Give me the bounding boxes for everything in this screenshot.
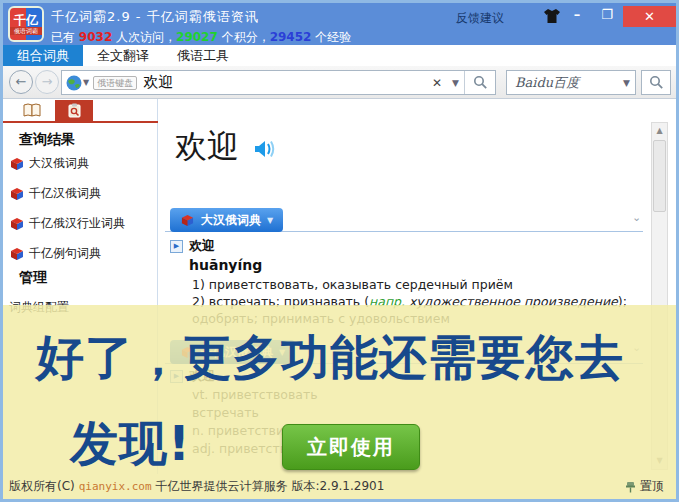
minimize-button[interactable]: – — [565, 5, 589, 25]
app-window: 千亿 俄语词霸 千亿词霸2.9 - 千亿词霸俄语资讯 反馈建议 – ❐ ✕ 已有… — [0, 0, 679, 502]
site-link[interactable]: qianyix.com — [79, 480, 152, 493]
sidebar-item-dahaner-dict[interactable]: 大汉俄词典 — [9, 155, 89, 172]
pin-label: 置顶 — [640, 478, 664, 495]
stats-exp: 29452 — [270, 30, 312, 44]
maximize-button[interactable]: ❐ — [595, 5, 619, 25]
sidebar-item-label: 千亿汉俄词典 — [29, 185, 101, 202]
entry-row: ▶ 欢迎 — [170, 237, 215, 255]
definition-line-1: 1) приветствовать, оказывать сердечный п… — [192, 276, 644, 293]
globe-icon — [66, 75, 82, 91]
language-globe-button[interactable]: ▼ — [66, 75, 89, 91]
sidebar-item-label: 千亿俄汉行业词典 — [29, 215, 125, 232]
stats-visits: 9032 — [79, 30, 112, 44]
book-icon — [9, 187, 25, 201]
tab-combined-dictionary[interactable]: 组合词典 — [3, 45, 83, 66]
search-toolbar: ← → ▼ 俄语键盘 欢迎 ✕ ▼ — [3, 66, 676, 99]
copyright-text: 版权所有(C) qianyix.com 千亿世界提供云计算服务 版本:2.9.1… — [9, 478, 384, 495]
back-button[interactable]: ← — [9, 70, 33, 94]
dict-tab-label: 大汉俄词典 — [201, 212, 261, 229]
scrollbar-thumb[interactable] — [653, 140, 666, 212]
feedback-link[interactable]: 反馈建议 — [456, 10, 504, 27]
sidebar-item-ehan-industry-dict[interactable]: 千亿俄汉行业词典 — [9, 215, 125, 232]
stats-points-label: 个积分， — [218, 30, 270, 44]
open-book-icon — [23, 103, 41, 118]
sidebar-item-label: 大汉俄词典 — [29, 155, 89, 172]
pin-toggle[interactable]: 置顶 — [625, 478, 664, 495]
scroll-up-icon[interactable]: ▲ — [652, 123, 667, 139]
sidebar-tab-dictionary[interactable] — [13, 100, 51, 121]
clipboard-search-icon — [68, 103, 81, 118]
main-tab-row: 组合词典 全文翻译 俄语工具 — [3, 45, 676, 66]
app-logo-icon: 千亿 俄语词霸 — [8, 6, 44, 42]
engine-value: Baidu百度 — [515, 74, 618, 92]
book-icon — [9, 217, 25, 231]
copyright-label: 版权所有(C) — [9, 478, 75, 495]
stats-points: 29027 — [176, 30, 218, 44]
engine-caret-icon[interactable]: ▼ — [618, 78, 635, 88]
title-bar: 千亿 俄语词霸 千亿词霸2.9 - 千亿词霸俄语资讯 反馈建议 – ❐ ✕ 已有… — [3, 3, 676, 45]
promo-text-line1: 好了，更多功能还需要您去 — [36, 326, 624, 390]
tab-full-translation[interactable]: 全文翻译 — [83, 45, 163, 66]
status-bar: 版权所有(C) qianyix.com 千亿世界提供云计算服务 版本:2.9.1… — [3, 474, 676, 499]
results-header: 查询结果 — [19, 131, 75, 149]
book-icon — [180, 214, 195, 227]
engine-search-button[interactable] — [641, 70, 671, 95]
headword: 欢迎 — [175, 125, 239, 169]
expand-entry-icon[interactable]: ▶ — [170, 240, 183, 253]
use-now-button[interactable]: 立即使用 — [282, 424, 420, 470]
close-button[interactable]: ✕ — [623, 6, 676, 27]
sidebar-item-example-dict[interactable]: 千亿例句词典 — [9, 245, 101, 262]
app-logo-subtext: 俄语词霸 — [10, 27, 42, 35]
russian-keyboard-button[interactable]: 俄语键盘 — [93, 76, 137, 90]
app-logo-text: 千亿 — [14, 14, 38, 27]
stats-prefix: 已有 — [51, 30, 79, 44]
stats-exp-label: 个经验 — [311, 30, 351, 44]
engine-select[interactable]: Baidu百度 ▼ — [506, 70, 636, 95]
dict-tab-caret-icon: ▼ — [267, 216, 273, 225]
pushpin-icon — [625, 481, 636, 493]
tab-russian-tools[interactable]: 俄语工具 — [163, 45, 243, 66]
search-icon — [649, 75, 664, 90]
sidebar-tab-results[interactable] — [55, 100, 93, 121]
collapse-section-icon[interactable]: ⌄ — [632, 211, 641, 224]
sidebar-tab-underline — [3, 121, 158, 123]
shirt-icon[interactable] — [543, 8, 561, 24]
book-icon — [9, 247, 25, 261]
entry-pinyin: huānyíng — [189, 257, 262, 273]
search-combobox[interactable]: ▼ 俄语键盘 欢迎 ✕ ▼ — [61, 70, 496, 95]
speaker-icon[interactable] — [254, 139, 278, 159]
dict-tab-dahaner[interactable]: 大汉俄词典 ▼ — [170, 208, 283, 232]
stats-bar: 已有 9032 人次访问，29027 个积分，29452 个经验 — [51, 29, 351, 46]
search-history-caret-icon[interactable]: ▼ — [447, 78, 464, 88]
stats-visits-label: 人次访问， — [112, 30, 176, 44]
globe-caret-icon: ▼ — [83, 78, 89, 87]
window-title: 千亿词霸2.9 - 千亿词霸俄语资讯 — [51, 8, 259, 26]
search-button[interactable] — [465, 71, 495, 94]
clear-search-icon[interactable]: ✕ — [427, 76, 447, 90]
book-icon — [9, 157, 25, 171]
service-label: 千亿世界提供云计算服务 版本:2.9.1.2901 — [156, 478, 385, 495]
sidebar-item-label: 千亿例句词典 — [29, 245, 101, 262]
manage-header: 管理 — [19, 269, 47, 287]
search-icon — [473, 75, 488, 90]
search-input[interactable]: 欢迎 — [143, 73, 427, 92]
sidebar-item-hane-dict[interactable]: 千亿汉俄词典 — [9, 185, 101, 202]
promo-text-line2: 发现! — [70, 412, 191, 476]
forward-button[interactable]: → — [35, 70, 59, 94]
entry-word: 欢迎 — [189, 237, 215, 255]
